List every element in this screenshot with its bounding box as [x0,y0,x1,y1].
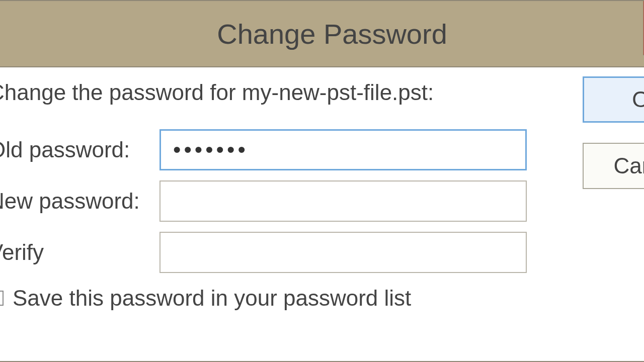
dialog-title: Change Password [217,18,447,50]
button-column: OK Cancel [583,76,644,189]
verify-password-row: Verify [0,232,644,273]
instruction-text: Change the password for my-new-pst-file.… [0,80,644,105]
save-password-label: Save this password in your password list [13,286,411,311]
dialog-body: Change the password for my-new-pst-file.… [0,67,644,321]
new-password-row: New password: [0,180,644,222]
new-password-label: New password: [0,189,159,214]
old-password-input[interactable] [159,129,527,170]
old-password-label: Old password: [0,137,159,162]
new-password-input[interactable] [159,180,527,222]
ok-button[interactable]: OK [583,76,644,123]
verify-password-label: Verify [0,240,159,265]
cancel-button[interactable]: Cancel [583,143,644,189]
save-password-checkbox[interactable] [0,291,4,306]
old-password-row: Old password: [0,129,644,170]
verify-password-input[interactable] [159,232,527,273]
title-bar: Change Password [0,1,644,67]
change-password-dialog: Change Password Change the password for … [0,0,644,362]
save-password-row: Save this password in your password list [0,286,644,311]
